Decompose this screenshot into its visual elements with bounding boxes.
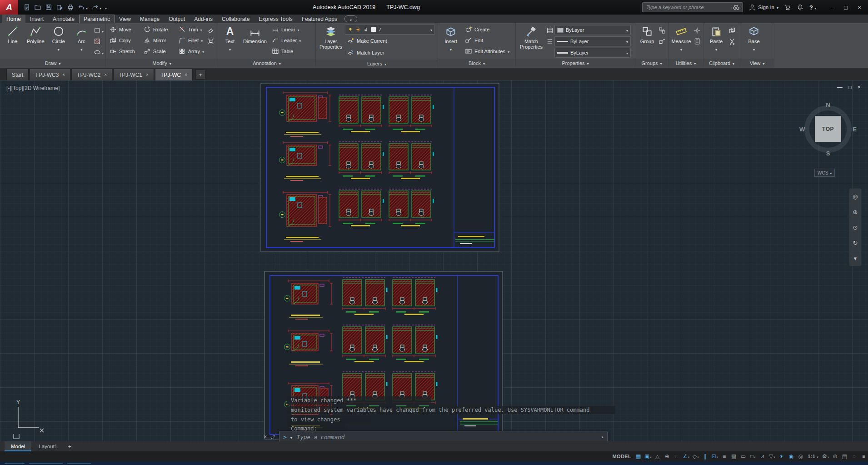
edit-block-button[interactable]: Edit bbox=[463, 35, 514, 46]
move-button[interactable]: Move bbox=[107, 24, 141, 35]
drawing-close-icon[interactable]: × bbox=[858, 84, 861, 90]
cut-button[interactable] bbox=[728, 36, 736, 46]
utilities-panel-label[interactable]: Utilities bbox=[668, 59, 703, 68]
recent-commands-caret-icon[interactable] bbox=[290, 433, 292, 441]
modify-panel-label[interactable]: Modify bbox=[106, 59, 218, 68]
command-input-field[interactable]: > ▴ bbox=[279, 431, 608, 441]
command-customize-wrench-icon[interactable] bbox=[270, 434, 276, 440]
copy-clip-button[interactable] bbox=[728, 25, 736, 35]
erase-button[interactable] bbox=[207, 25, 215, 35]
annotation-scale-toggle[interactable]: 1:1 bbox=[808, 454, 818, 459]
ungroup-button[interactable] bbox=[658, 25, 666, 35]
properties-panel-label[interactable]: Properties bbox=[516, 59, 635, 68]
redo-button[interactable] bbox=[90, 1, 103, 13]
command-input[interactable] bbox=[296, 433, 598, 441]
ribbon-tab-manage[interactable]: Manage bbox=[135, 15, 164, 23]
layout-tab-layout1[interactable]: Layout1 bbox=[32, 441, 64, 451]
ribbon-tab-home[interactable]: Home bbox=[2, 15, 25, 23]
object-color-select[interactable]: ByLayer bbox=[554, 25, 631, 35]
mirror-button[interactable]: Mirror bbox=[141, 35, 176, 46]
clipboard-panel-label[interactable]: Clipboard bbox=[703, 59, 740, 68]
new-layout-button[interactable] bbox=[65, 441, 75, 451]
orbit-icon[interactable]: ↻ bbox=[853, 240, 858, 246]
qat-menu-button[interactable] bbox=[104, 1, 108, 13]
layout-tab-model[interactable]: Model bbox=[5, 441, 31, 451]
ribbon-tab-output[interactable]: Output bbox=[164, 15, 190, 23]
fillet-button[interactable]: Fillet bbox=[176, 35, 206, 46]
app-logo-icon[interactable]: A bbox=[0, 0, 18, 15]
base-button[interactable]: Base bbox=[742, 24, 766, 53]
wcs-selector[interactable]: WCS bbox=[814, 169, 835, 177]
arc-flyout-caret-icon[interactable] bbox=[80, 45, 82, 53]
annotation-monitor-toggle[interactable]: ⊘ bbox=[831, 452, 839, 460]
text-button[interactable]: A Text bbox=[219, 24, 240, 53]
object-snap-toggle[interactable]: ⊡ bbox=[710, 452, 719, 460]
selection-filtering-toggle[interactable]: ▽ bbox=[768, 452, 776, 460]
file-tab-tpj-wc2[interactable]: TPJ-WC2 bbox=[71, 69, 112, 80]
ellipse-button[interactable] bbox=[94, 47, 104, 57]
open-file-button[interactable] bbox=[33, 1, 43, 13]
isolate-objects-toggle[interactable]: ◌ bbox=[850, 452, 858, 460]
paste-button[interactable]: Paste bbox=[705, 24, 728, 53]
file-tab-tpj-wc3[interactable]: TPJ-WC3 bbox=[30, 69, 70, 80]
properties-list-button[interactable] bbox=[546, 36, 554, 46]
insert-button[interactable]: Insert bbox=[439, 24, 462, 53]
command-expand-icon[interactable]: ▴ bbox=[601, 435, 604, 439]
match-properties-button[interactable]: Match Properties bbox=[517, 24, 545, 50]
plot-button[interactable] bbox=[65, 1, 75, 13]
make-current-button[interactable]: Make Current bbox=[345, 35, 435, 46]
trim-button[interactable]: Trim bbox=[176, 24, 206, 35]
line-button[interactable]: Line bbox=[1, 24, 24, 45]
ribbon-tab-parametric[interactable]: Parametric bbox=[79, 15, 115, 23]
new-file-button[interactable] bbox=[22, 1, 32, 13]
layers-panel-label[interactable]: Layers bbox=[316, 60, 438, 68]
array-button[interactable]: Array bbox=[176, 46, 206, 57]
help-search-box[interactable] bbox=[642, 2, 743, 12]
stretch-button[interactable]: Stretch bbox=[107, 46, 141, 57]
copy-button[interactable]: Copy bbox=[107, 35, 141, 46]
ortho-mode-toggle[interactable]: ∟ bbox=[672, 452, 681, 460]
zoom-icon[interactable]: ⊙ bbox=[853, 224, 858, 231]
redo-caret-icon[interactable] bbox=[100, 3, 101, 11]
ribbon-display-toggle[interactable] bbox=[344, 15, 357, 22]
circle-button[interactable]: Circle bbox=[47, 24, 70, 53]
save-as-button[interactable] bbox=[55, 1, 65, 13]
undo-button[interactable] bbox=[76, 1, 89, 13]
save-button[interactable] bbox=[44, 1, 54, 13]
notifications-bell-icon[interactable] bbox=[797, 4, 804, 11]
viewport-controls-label[interactable]: [-][Top][2D Wireframe] bbox=[6, 85, 60, 91]
customize-toggle[interactable]: ≡ bbox=[859, 452, 868, 460]
ribbon-tab-collaborate[interactable]: Collaborate bbox=[217, 15, 254, 23]
viewcube[interactable]: N S W E TOP bbox=[802, 103, 854, 155]
annotation-visibility-toggle[interactable]: ◉ bbox=[787, 452, 795, 460]
command-close-icon[interactable]: × bbox=[264, 434, 267, 440]
rectangle-button[interactable] bbox=[94, 25, 104, 35]
viewcube-south[interactable]: S bbox=[826, 150, 830, 157]
drawing-restore-icon[interactable]: □ bbox=[848, 84, 852, 90]
model-space-indicator[interactable]: MODEL bbox=[612, 454, 631, 459]
view-panel-label[interactable]: View bbox=[740, 59, 774, 68]
linear-button[interactable]: Linear bbox=[269, 24, 311, 35]
selection-cycling-toggle[interactable]: ▭ bbox=[739, 452, 748, 460]
new-drawing-tab-button[interactable] bbox=[195, 70, 205, 80]
circle-flyout-caret-icon[interactable] bbox=[58, 45, 60, 53]
linetype-select[interactable]: ByLayer bbox=[554, 36, 631, 46]
viewcube-top-face[interactable]: TOP bbox=[815, 116, 841, 142]
search-binoculars-icon[interactable] bbox=[733, 4, 740, 11]
create-block-button[interactable]: Create bbox=[463, 24, 514, 35]
viewcube-west[interactable]: W bbox=[799, 126, 805, 133]
close-tab-icon[interactable] bbox=[104, 72, 107, 77]
table-button[interactable]: Table bbox=[269, 46, 311, 57]
help-search-input[interactable] bbox=[645, 4, 730, 10]
close-tab-icon[interactable] bbox=[146, 72, 149, 77]
lineweight-select[interactable]: ByLayer bbox=[554, 48, 631, 58]
match-layer-button[interactable]: Match Layer bbox=[345, 47, 435, 58]
edit-attributes-button[interactable]: Edit Attributes bbox=[463, 46, 514, 57]
ribbon-tab-insert[interactable]: Insert bbox=[25, 15, 48, 23]
polar-tracking-toggle[interactable]: ∠ bbox=[682, 452, 690, 460]
infer-constraints-toggle[interactable]: △ bbox=[653, 452, 662, 460]
annotation-panel-label[interactable]: Annotation bbox=[218, 59, 315, 68]
block-panel-label[interactable]: Block bbox=[438, 59, 515, 68]
ribbon-tab-view[interactable]: View bbox=[115, 15, 135, 23]
workspace-switching-toggle[interactable]: ⚙ bbox=[821, 452, 830, 460]
